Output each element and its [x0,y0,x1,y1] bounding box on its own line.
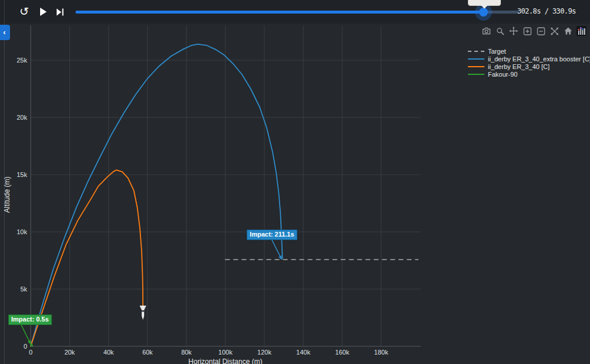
legend-line-sample [468,74,484,75]
legend-label: ii_derby ER_3_40_extra booster [C] [488,55,590,63]
play-button[interactable] [35,4,51,20]
y-tick-label: 0 [24,343,27,350]
annotation-impact-0-5s: Impact: 0.5s [8,314,52,325]
modebar-zoom-in-button[interactable] [522,26,532,36]
time-display: 302.8s / 330.9s [517,7,576,15]
y-tick-label: 20k [17,114,27,121]
y-tick-label: 10k [17,228,27,235]
y-tick-label: 15k [17,171,27,178]
legend-item-3[interactable]: Fakour-90 [468,70,590,78]
legend-line-sample [468,51,484,52]
replay-button[interactable]: ↺ [16,4,32,20]
home-icon [564,27,572,35]
plotly-logo-icon [578,27,585,35]
pan-icon [509,27,518,35]
skip-to-end-button[interactable] [52,4,68,20]
camera-icon [482,27,491,35]
y-axis-title: Altitude (m) [3,162,11,227]
legend-label: Target [488,48,506,55]
zoom-out-icon [537,27,545,35]
slider-tooltip [468,0,501,6]
modebar-pan-button[interactable] [509,26,519,36]
trajectory-chart: 020k40k60k80k100k120k140k160k180k05k10k1… [0,24,590,364]
trace-1 [31,44,283,346]
x-tick-label: 140k [296,349,310,356]
modebar-zoom-out-button[interactable] [536,26,546,36]
x-tick-label: 40k [103,349,114,356]
play-icon [40,8,47,16]
legend-line-sample [468,66,484,67]
legend-item-2[interactable]: ii_derby ER_3_40 [C] [468,63,590,70]
modebar-autoscale-button[interactable] [549,26,559,36]
legend-label: Fakour-90 [488,71,517,78]
legend-item-0[interactable]: Target [468,47,590,55]
y-tick-label: 25k [17,57,27,64]
slider-fill [76,11,484,14]
x-tick-label: 80k [181,349,192,356]
zoom-icon [496,27,504,35]
zoom-in-icon [523,27,532,35]
modebar-camera-button[interactable] [481,26,491,36]
chevron-left-icon: ‹ [3,28,5,37]
autoscale-icon [550,27,559,35]
modebar-zoom-button[interactable] [495,26,505,36]
x-tick-label: 100k [218,349,232,356]
x-axis-title: Horizontal Distance (m) [149,358,302,364]
plot-modebar [481,26,586,36]
app-window: ↺ 302.8s / 330.9s ‹ 020k40k60k80k100k120… [0,0,590,364]
annotation-arrow [272,240,282,260]
current-time: 302.8s [517,7,541,15]
skip-to-end-icon [57,8,64,16]
x-tick-label: 160k [335,349,349,356]
time-slider[interactable] [76,0,519,24]
modebar-home-button[interactable] [563,26,573,36]
annotation-arrow [21,325,31,344]
legend-item-1[interactable]: ii_derby ER_3_40_extra booster [C] [468,55,590,63]
replay-icon: ↺ [19,6,29,17]
legend-label: ii_derby ER_3_40 [C] [488,63,550,70]
x-tick-label: 120k [257,349,271,356]
trace-3 [31,344,32,346]
rocket-marker [140,306,146,320]
total-time: 330.9s [552,7,576,15]
modebar-plotly-logo-button[interactable] [576,26,586,36]
legend: Targetii_derby ER_3_40_extra booster [C]… [468,47,590,78]
x-tick-label: 180k [374,349,388,356]
y-tick-label: 5k [20,286,27,293]
time-separator: / [540,7,552,15]
sidebar-toggle-button[interactable]: ‹ [0,25,10,40]
x-tick-label: 0 [29,349,32,356]
playback-bar: ↺ 302.8s / 330.9s [0,0,590,24]
x-tick-label: 20k [64,349,75,356]
x-tick-label: 60k [142,349,153,356]
legend-line-sample [468,58,484,60]
annotation-impact-211-1s: Impact: 211.1s [247,229,297,240]
